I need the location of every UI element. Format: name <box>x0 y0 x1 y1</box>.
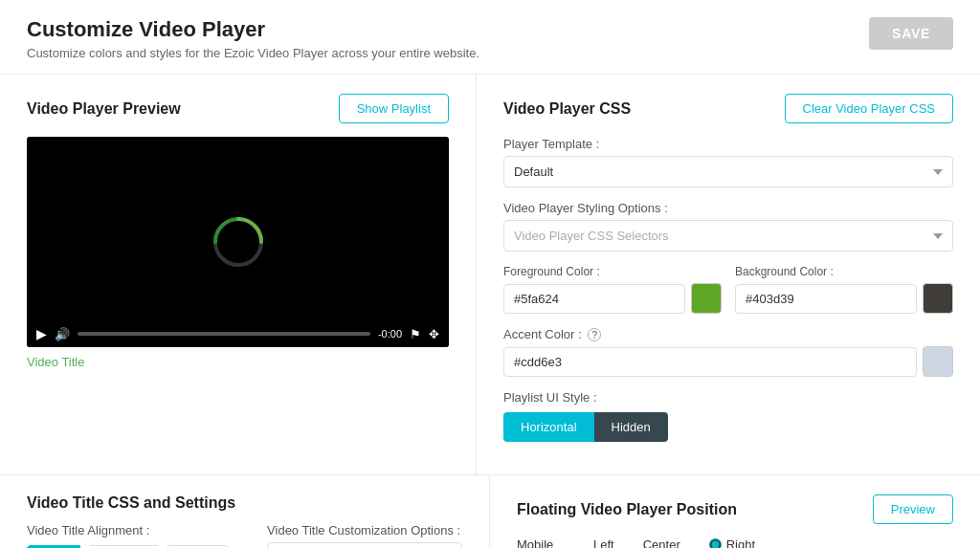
player-template-label: Player Template : <box>503 137 953 151</box>
page-header: Customize Video Player Customize colors … <box>0 0 980 75</box>
customization-label: Video Title Customization Options : <box>267 523 462 537</box>
time-display: -0:00 <box>378 328 402 340</box>
page-title: Customize Video Player <box>27 17 479 42</box>
styling-options-select[interactable]: Video Player CSS Selectors <box>503 220 953 252</box>
playlist-ui-group: Playlist UI Style : Horizontal Hidden <box>503 390 953 442</box>
foreground-color-swatch[interactable] <box>691 283 722 314</box>
video-player: ▶ 🔊 -0:00 ⚑ ✥ <box>27 137 449 347</box>
fullscreen-icon[interactable]: ✥ <box>429 327 439 341</box>
foreground-color-input[interactable]: #5fa624 <box>503 284 685 314</box>
accent-color-input-row: #cdd6e3 <box>503 346 953 377</box>
player-template-group: Player Template : Default <box>503 137 953 187</box>
progress-bar[interactable] <box>78 332 370 336</box>
accent-color-swatch[interactable] <box>923 346 953 377</box>
video-title: Video Title <box>27 355 449 369</box>
header-left: Customize Video Player Customize colors … <box>27 17 479 60</box>
alignment-group: Video Title Alignment : Left Center Righ… <box>27 523 229 548</box>
styling-options-group: Video Player Styling Options : Video Pla… <box>503 201 953 252</box>
playlist-ui-label: Playlist UI Style : <box>503 390 953 405</box>
video-spinner <box>210 213 267 271</box>
background-color-input-row: #403d39 <box>735 283 953 314</box>
playlist-hidden-button[interactable]: Hidden <box>594 412 668 442</box>
background-color-swatch[interactable] <box>923 283 953 314</box>
video-css-header: Video Player CSS Clear Video Player CSS <box>503 94 953 123</box>
show-playlist-button[interactable]: Show Playlist <box>339 94 449 123</box>
color-row: Foreground Color : #5fa624 Background Co… <box>503 265 953 314</box>
video-css-title: Video Player CSS <box>503 100 631 118</box>
foreground-color-input-row: #5fa624 <box>503 283 722 314</box>
position-right-label: Right <box>726 537 755 548</box>
video-controls: ▶ 🔊 -0:00 ⚑ ✥ <box>27 320 449 347</box>
preview-button[interactable]: Preview <box>873 494 953 524</box>
alignment-label: Video Title Alignment : <box>27 523 229 537</box>
clear-css-button[interactable]: Clear Video Player CSS <box>785 94 954 123</box>
background-color-input[interactable]: #403d39 <box>735 284 917 314</box>
accent-color-input[interactable]: #cdd6e3 <box>503 347 917 377</box>
spinner-icon <box>210 213 267 271</box>
mobile-label: Mobile <box>517 537 565 548</box>
video-preview-panel: Video Player Preview Show Playlist ▶ 🔊 <box>0 75 477 474</box>
position-mobile-row: Mobile Left Center Right <box>517 537 953 548</box>
position-left-label: Left <box>593 537 614 548</box>
bottom-grid: Video Title CSS and Settings Video Title… <box>0 474 980 548</box>
floating-position-title: Floating Video Player Position <box>517 501 737 518</box>
accent-color-group: Accent Color : ? #cdd6e3 <box>503 327 953 377</box>
video-preview-header: Video Player Preview Show Playlist <box>27 94 449 123</box>
video-preview-title: Video Player Preview <box>27 100 181 118</box>
main-grid: Video Player Preview Show Playlist ▶ 🔊 <box>0 75 980 474</box>
save-button[interactable]: SAVE <box>869 17 953 50</box>
volume-icon[interactable]: 🔊 <box>55 327 70 341</box>
styling-options-label: Video Player Styling Options : <box>503 201 953 215</box>
player-template-select[interactable]: Default <box>503 156 953 187</box>
floating-position-header: Floating Video Player Position Preview <box>517 494 953 524</box>
page-subtitle: Customize colors and styles for the Ezoi… <box>27 46 479 60</box>
position-right-radio[interactable] <box>709 538 722 548</box>
background-color-group: Background Color : #403d39 <box>735 265 953 314</box>
background-color-label: Background Color : <box>735 265 953 278</box>
customization-select[interactable]: default <box>267 542 462 548</box>
position-center-label: Center <box>643 537 680 548</box>
foreground-color-label: Foreground Color : <box>503 265 722 278</box>
video-title-css-title: Video Title CSS and Settings <box>27 494 235 511</box>
accent-color-label: Accent Color : ? <box>503 327 953 341</box>
video-css-panel: Video Player CSS Clear Video Player CSS … <box>477 75 980 474</box>
playlist-horizontal-button[interactable]: Horizontal <box>503 412 594 442</box>
foreground-color-group: Foreground Color : #5fa624 <box>503 265 722 314</box>
position-right-radio-label[interactable]: Right <box>709 537 755 548</box>
flag-icon[interactable]: ⚑ <box>410 327 421 341</box>
playlist-ui-buttons: Horizontal Hidden <box>503 412 953 442</box>
customization-group: Video Title Customization Options : defa… <box>267 523 462 548</box>
play-icon[interactable]: ▶ <box>36 326 47 341</box>
video-title-css-panel: Video Title CSS and Settings Video Title… <box>0 475 490 548</box>
floating-position-panel: Floating Video Player Position Preview M… <box>490 475 980 548</box>
accent-help-icon[interactable]: ? <box>588 328 601 341</box>
